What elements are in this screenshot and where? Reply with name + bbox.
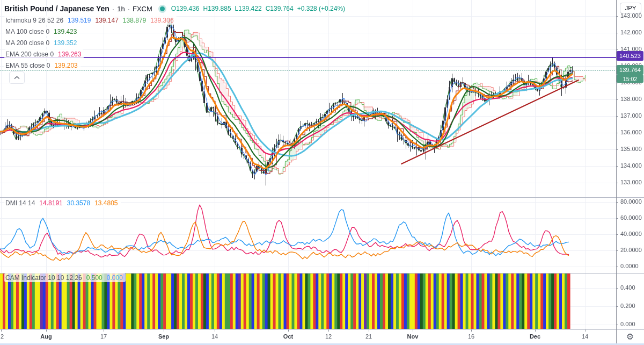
exchange-label: FXCM bbox=[133, 5, 152, 13]
dmi-legend[interactable]: DMI 14 1414.819130.357813.4805 bbox=[4, 198, 121, 207]
legend-label: EMA 55 close 0 bbox=[5, 62, 50, 69]
interval-label[interactable]: 1h bbox=[117, 5, 125, 13]
time-axis-label: 12 bbox=[325, 333, 332, 340]
price-axis[interactable]: JPY 140.523 139.764 15:02 143.000142.000… bbox=[616, 0, 644, 329]
legend-row-ema-55[interactable]: EMA 55 close 0139.203 bbox=[4, 61, 80, 70]
time-axis-label: Oct bbox=[283, 333, 293, 340]
ohlc-value: C139.764 bbox=[266, 5, 294, 12]
legend-row-ichimoku-9[interactable]: Ichimoku 9 26 52 26139.519139.147138.879… bbox=[4, 16, 177, 25]
time-axis-label: 16 bbox=[468, 333, 474, 340]
market-status-dot-icon bbox=[160, 6, 165, 11]
time-axis-corner: ⚙ bbox=[616, 329, 644, 344]
cam-indicator-legend[interactable]: CAM Indicator 10 10 12 260.5000.000 bbox=[4, 273, 126, 282]
price-tick-label: 137.000 bbox=[620, 112, 642, 119]
legend-value: 139.423 bbox=[54, 28, 77, 35]
gear-icon[interactable]: ⚙ bbox=[623, 332, 637, 342]
price-tick-label: 0.0000 bbox=[620, 263, 639, 269]
price-tick-label: 136.000 bbox=[620, 129, 642, 135]
price-tick-label: 138.000 bbox=[620, 96, 642, 102]
price-tick-label: 0.400 bbox=[620, 284, 635, 291]
ohlc-values: O139.436H139.885L139.422C139.764+0.328 (… bbox=[171, 5, 345, 12]
price-tick-label: 133.000 bbox=[620, 179, 642, 185]
horizontal-line-price-badge: 140.523 bbox=[617, 51, 643, 61]
ohlc-value: H139.885 bbox=[203, 5, 231, 12]
legend-row-ema-200[interactable]: EMA 200 close 0139.263 bbox=[4, 49, 84, 59]
time-axis-label: 2 bbox=[1, 333, 4, 340]
ohlc-value: O139.436 bbox=[171, 5, 200, 12]
currency-unit-button[interactable]: JPY bbox=[620, 3, 641, 13]
legend-label: Ichimoku 9 26 52 26 bbox=[5, 17, 63, 24]
bar-countdown-badge: 15:02 bbox=[617, 75, 643, 83]
price-tick-label: 135.000 bbox=[620, 146, 642, 152]
collapse-legend-button[interactable] bbox=[9, 71, 25, 84]
time-axis-label: Sep bbox=[158, 333, 169, 340]
price-tick-label: 40.0000 bbox=[620, 231, 642, 237]
price-tick-label: 80.0000 bbox=[620, 198, 642, 205]
legend-value: 138.879 bbox=[123, 17, 146, 24]
price-tick-label: 20.0000 bbox=[620, 247, 642, 253]
legend-value: 139.203 bbox=[54, 62, 77, 69]
chevron-up-icon bbox=[14, 76, 20, 80]
price-tick-label: 0.200 bbox=[620, 303, 635, 309]
legend-row-ma-200[interactable]: MA 200 close 0139.352 bbox=[4, 38, 79, 47]
legend-value: 139.147 bbox=[95, 17, 118, 24]
time-axis-label: Nov bbox=[407, 333, 419, 340]
time-axis-label: 17 bbox=[100, 333, 107, 340]
change-value: +0.328 (+0.24%) bbox=[297, 5, 345, 12]
legend-label: MA 100 close 0 bbox=[5, 28, 49, 35]
legend-value: 139.306 bbox=[150, 17, 173, 24]
legend-value: 0.000 bbox=[107, 274, 123, 282]
legend-value: 0.500 bbox=[86, 274, 103, 282]
time-axis-label: 14 bbox=[582, 333, 588, 340]
price-tick-label: 60.0000 bbox=[620, 214, 642, 221]
last-price-badge: 139.764 bbox=[617, 65, 643, 75]
legend-row-ma-100[interactable]: MA 100 close 0139.423 bbox=[4, 27, 79, 36]
time-axis-label: Aug bbox=[40, 333, 52, 340]
symbol-title[interactable]: British Pound / Japanese Yen bbox=[4, 4, 109, 13]
separator: · bbox=[128, 5, 130, 13]
price-tick-label: 134.000 bbox=[620, 162, 642, 169]
legend-value: 14.8191 bbox=[39, 199, 62, 207]
legend-label: DMI 14 14 bbox=[5, 199, 35, 207]
time-axis[interactable]: 2Aug17Sep14Oct1221Nov16Dec14 bbox=[0, 329, 616, 344]
legend-value: 139.519 bbox=[68, 17, 91, 24]
legend-value: 30.3578 bbox=[67, 199, 90, 207]
indicator-legend: Ichimoku 9 26 52 26139.519139.147138.879… bbox=[4, 16, 177, 72]
legend-value: 139.352 bbox=[54, 39, 77, 47]
legend-value: 139.263 bbox=[58, 51, 81, 58]
price-tick-label: 0.000 bbox=[620, 321, 635, 327]
time-axis-label: Dec bbox=[530, 333, 540, 340]
time-axis-label: 21 bbox=[365, 333, 372, 340]
symbol-header: British Pound / Japanese Yen · 1h · FXCM… bbox=[4, 3, 345, 14]
legend-label: EMA 200 close 0 bbox=[5, 51, 54, 58]
legend-label: CAM Indicator 10 10 12 26 bbox=[5, 274, 82, 282]
time-axis-label: 14 bbox=[211, 333, 218, 340]
trading-chart-window: British Pound / Japanese Yen · 1h · FXCM… bbox=[0, 0, 644, 345]
legend-value: 13.4805 bbox=[94, 199, 118, 207]
price-tick-label: 142.000 bbox=[620, 29, 642, 35]
legend-label: MA 200 close 0 bbox=[5, 39, 49, 47]
ohlc-value: L139.422 bbox=[235, 5, 262, 12]
separator: · bbox=[112, 5, 114, 13]
